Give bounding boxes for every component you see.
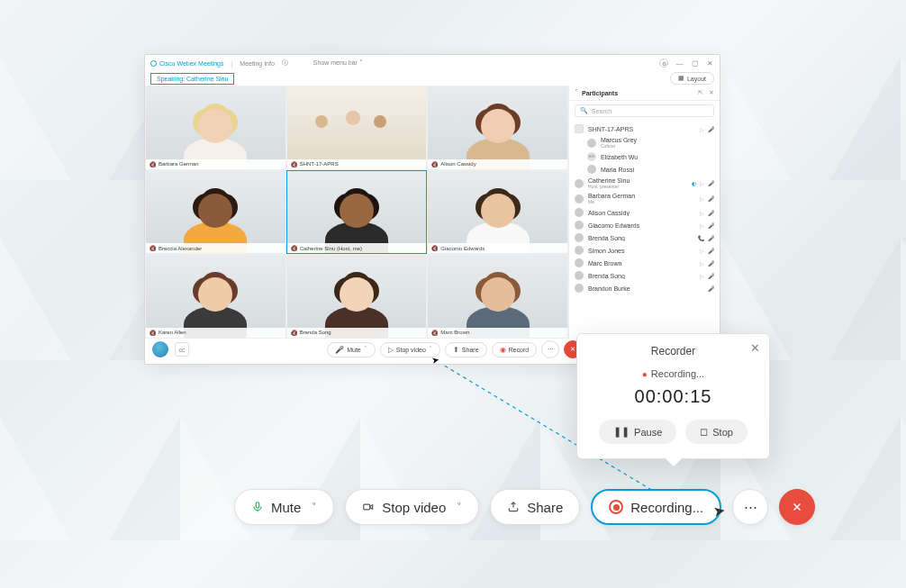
participant-row[interactable]: Marc Brown▷🎤 — [569, 257, 720, 269]
video-tile[interactable]: 🔇SHNT-17-APRS — [286, 86, 428, 170]
close-panel-icon[interactable]: ✕ — [709, 89, 714, 96]
webex-logo-icon — [150, 60, 157, 67]
avatar — [587, 165, 596, 174]
close-popover-icon[interactable]: ✕ — [750, 341, 760, 355]
maximize-button[interactable]: ▢ — [691, 59, 699, 68]
participant-name: Maria Rossi — [601, 167, 710, 173]
popout-icon[interactable]: ⇱ — [698, 89, 703, 96]
video-tile[interactable]: 🔇Karen Allen — [145, 254, 286, 339]
avatar — [575, 258, 584, 267]
record-button-small[interactable]: ◉Record — [492, 342, 538, 357]
mute-indicator-icon: 🔇 — [431, 161, 438, 167]
participant-row[interactable]: Barbara GermanMe▷🎤 — [569, 191, 720, 206]
avatar — [587, 139, 596, 148]
participant-row[interactable]: SHNT-17-APRS▷🎤 — [569, 122, 720, 135]
mute-button-small[interactable]: 🎤Mute ˅ — [327, 342, 376, 357]
avatar: EW — [587, 152, 596, 161]
share-button[interactable]: Share — [490, 489, 580, 525]
mic-icon: 🎤 — [708, 222, 714, 229]
share-icon — [507, 501, 520, 513]
video-tile[interactable]: 🔇Marc Brown — [427, 254, 568, 339]
mute-indicator-icon: 🔇 — [291, 245, 297, 251]
camera-icon: ▷ — [700, 248, 704, 254]
participant-row[interactable]: Brandon Burke🎤 — [569, 282, 720, 294]
end-meeting-button[interactable] — [779, 489, 815, 525]
participant-name: Brenda Song — [588, 235, 693, 241]
share-label: Share — [527, 500, 563, 515]
recorder-popover: ✕ Recorder ●Recording... 00:00:15 ❚❚Paus… — [576, 333, 770, 459]
participant-row[interactable]: Giacomo Edwards▷🎤 — [569, 219, 720, 231]
participant-row[interactable]: Brenda Song📞🎤 — [569, 231, 720, 244]
phone-icon: 📞 — [698, 235, 704, 241]
video-tile[interactable]: 🔇Barbara German — [145, 86, 286, 170]
pause-icon: ❚❚ — [613, 426, 630, 438]
participant-name: Elizabeth Wu — [601, 154, 710, 160]
search-placeholder: Search — [592, 108, 612, 114]
mic-icon: 🎤 — [708, 210, 714, 216]
participant-name: Alison Cassidy — [588, 210, 695, 216]
share-button-small[interactable]: ⬆Share — [445, 342, 487, 357]
show-menu-bar[interactable]: Show menu bar ˅ — [313, 59, 363, 67]
video-tile[interactable]: 🔇Breccia Alexander — [145, 170, 286, 255]
close-button[interactable]: ✕ — [706, 59, 714, 68]
mic-icon: 🎤 — [708, 180, 714, 186]
stop-video-button[interactable]: Stop video ˅ — [345, 489, 479, 525]
video-grid: 🔇Barbara German🔇SHNT-17-APRS🔇Alison Cass… — [145, 86, 568, 339]
participant-name: Catherine SinuHost, presenter — [588, 177, 687, 189]
tile-name: Catherine Sinu (Host, me) — [300, 246, 362, 251]
more-options-small[interactable]: ⋯ — [541, 340, 559, 358]
mute-label: Mute — [271, 500, 301, 515]
settings-icon[interactable]: ⚙ — [659, 59, 668, 68]
recorder-title: Recorder — [590, 345, 757, 357]
record-icon — [609, 500, 623, 514]
collapse-icon[interactable]: ˅ — [575, 89, 578, 96]
minimize-button[interactable]: — — [675, 59, 684, 68]
recording-button[interactable]: Recording... ➤ — [591, 489, 721, 525]
camera-icon: ▷ — [700, 260, 704, 267]
webex-meeting-window: Cisco Webex Meetings | Meeting Info ⓘ Sh… — [144, 54, 720, 365]
participant-row[interactable]: Marcus GreyCohost — [569, 135, 720, 150]
participant-row[interactable]: Maria Rossi — [569, 163, 720, 176]
video-tile[interactable]: 🔇Giacomo Edwards — [427, 170, 568, 255]
participant-row[interactable]: Catherine SinuHost, presenter◐▷🎤 — [569, 176, 720, 191]
participant-name: Barbara GermanMe — [588, 193, 695, 204]
pause-recording-button[interactable]: ❚❚Pause — [599, 420, 676, 444]
close-icon — [791, 501, 803, 513]
video-tile[interactable]: 🔇Catherine Sinu (Host, me) — [286, 170, 428, 255]
participant-row[interactable]: Alison Cassidy▷🎤 — [569, 206, 720, 219]
presenter-icon: ◐ — [692, 180, 696, 186]
webex-assistant-icon[interactable] — [152, 341, 168, 357]
tile-name: Karen Allen — [159, 330, 186, 335]
camera-icon: ▷ — [700, 195, 704, 202]
more-options-button[interactable]: ⋯ — [732, 489, 768, 525]
video-tile[interactable]: 🔇Alison Cassidy — [427, 86, 568, 170]
stop-recording-button[interactable]: ◻Stop — [685, 420, 747, 444]
chevron-down-icon[interactable]: ˅ — [457, 502, 462, 513]
participant-row[interactable]: EWElizabeth Wu — [569, 150, 720, 163]
mute-button[interactable]: Mute ˅ — [234, 489, 334, 525]
layout-button[interactable]: ▦ Layout — [670, 72, 714, 85]
tile-name: Marc Brown — [440, 330, 469, 335]
participant-name: Marcus GreyCohost — [601, 137, 710, 149]
zoomed-toolbar: Mute ˅ Stop video ˅ Share Recording... ➤… — [234, 489, 815, 525]
recording-timer: 00:00:15 — [590, 386, 757, 407]
mic-icon: 🎤 — [708, 126, 714, 132]
svg-rect-1 — [256, 502, 259, 508]
participant-search[interactable]: 🔍 Search — [575, 104, 714, 117]
tile-name: Alison Cassidy — [440, 161, 476, 167]
participant-row[interactable]: Simon Jones▷🎤 — [569, 244, 720, 257]
participant-row[interactable]: Brenda Song▷🎤 — [569, 269, 720, 282]
avatar — [575, 284, 584, 293]
recording-label: Recording... — [630, 500, 703, 515]
tile-name: Breccia Alexander — [159, 246, 202, 251]
chevron-down-icon[interactable]: ˅ — [312, 502, 317, 513]
meeting-info-link[interactable]: Meeting Info — [240, 60, 275, 67]
video-tile[interactable]: 🔇Brenda Song — [286, 254, 428, 339]
captions-icon[interactable]: cc — [175, 342, 189, 357]
svg-rect-2 — [364, 504, 370, 510]
search-icon: 🔍 — [580, 107, 588, 114]
mute-indicator-icon: 🔇 — [291, 330, 297, 336]
mic-icon: 🎤 — [708, 235, 714, 241]
speaking-indicator: Speaking: Catherine Sinu — [150, 73, 234, 85]
camera-icon — [362, 501, 375, 513]
